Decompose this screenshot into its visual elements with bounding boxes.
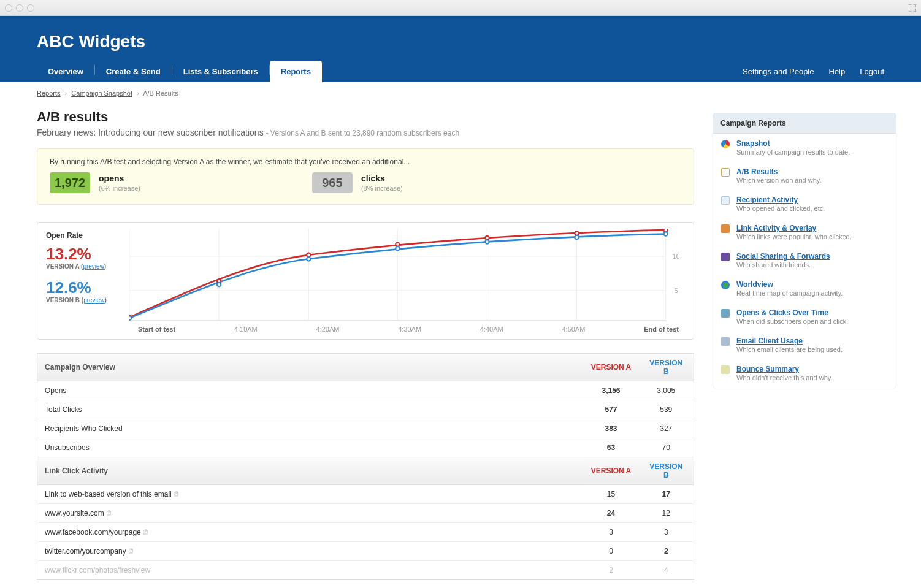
sidebar-item-ab-results[interactable]: A/B ResultsWhich version won and why. xyxy=(713,162,896,190)
breadcrumb-current: A/B Results xyxy=(143,90,178,97)
external-link-icon xyxy=(174,491,180,497)
chart-x-axis: Start of test 4:10AM 4:20AM 4:30AM 4:40A… xyxy=(37,322,694,339)
svg-rect-24 xyxy=(174,492,178,496)
stat-clicks-note: (8% increase) xyxy=(361,185,403,192)
table1-title: Campaign Overview xyxy=(37,354,584,381)
nav-overview[interactable]: Overview xyxy=(37,61,94,82)
summary-box: By running this A/B test and selecting V… xyxy=(37,148,694,205)
ab-test-icon xyxy=(721,168,730,177)
table2-col-a: VERSION A xyxy=(584,457,639,485)
version-a-label: VERSION A xyxy=(46,263,79,270)
x-tick-1: 4:10AM xyxy=(234,326,258,333)
sidebar-item-worldview[interactable]: WorldviewReal-time map of campaign activ… xyxy=(713,275,896,303)
minimize-window-icon[interactable] xyxy=(16,4,23,12)
breadcrumb-reports[interactable]: Reports xyxy=(37,90,61,97)
link-icon xyxy=(721,224,730,233)
subtitle-note: - Versions A and B sent to 23,890 random… xyxy=(266,129,460,137)
x-tick-4: 4:40AM xyxy=(480,326,503,333)
main-content: Reports › Campaign Snapshot › A/B Result… xyxy=(37,82,713,588)
nav-right: Settings and People Help Logout xyxy=(743,67,884,82)
chart-legend: Open Rate 13.2% VERSION A (preview) 12.6… xyxy=(37,223,129,322)
sidebar-item-email-client-usage[interactable]: Email Client UsageWhich email clients ar… xyxy=(713,331,896,359)
maximize-window-icon[interactable] xyxy=(27,4,34,12)
svg-rect-26 xyxy=(143,530,147,534)
sidebar-item-link-activity[interactable]: Link Activity & OverlayWhich links were … xyxy=(713,218,896,246)
table-row: Unsubscribes6370 xyxy=(37,438,694,457)
nav-help[interactable]: Help xyxy=(828,67,845,76)
svg-point-19 xyxy=(307,257,310,261)
link-click-activity-table: Link Click Activity VERSION A VERSION B … xyxy=(37,457,694,580)
close-window-icon[interactable] xyxy=(5,4,12,12)
expand-icon[interactable] xyxy=(909,4,916,12)
nav-logout[interactable]: Logout xyxy=(860,67,884,76)
svg-point-18 xyxy=(217,283,221,286)
nav-reports[interactable]: Reports xyxy=(270,61,322,82)
window-titlebar xyxy=(0,0,921,16)
sidebar-item-social-sharing[interactable]: Social Sharing & ForwardsWho shared with… xyxy=(713,246,896,275)
chart-plot: 10 5 xyxy=(129,223,694,321)
open-rate-chart-card: Open Rate 13.2% VERSION A (preview) 12.6… xyxy=(37,222,694,340)
sidebar-item-snapshot[interactable]: SnapshotSummary of campaign results to d… xyxy=(713,134,896,162)
sidebar-item-bounce-summary[interactable]: Bounce SummaryWho didn't receive this an… xyxy=(713,359,896,388)
svg-point-23 xyxy=(663,232,667,235)
version-b-label: VERSION B xyxy=(46,297,80,304)
app-window: ABC Widgets Overview Create & Send Lists… xyxy=(0,0,921,588)
version-b-preview-link[interactable]: preview xyxy=(83,297,104,304)
svg-point-22 xyxy=(575,235,578,239)
version-a-pct: 13.2% xyxy=(46,246,129,262)
globe-icon xyxy=(721,281,730,289)
x-tick-3: 4:30AM xyxy=(398,326,421,333)
subtitle-main: February news: Introducing our new subsc… xyxy=(37,128,264,137)
nav-create-send[interactable]: Create & Send xyxy=(95,61,172,82)
y-tick-10: 10 xyxy=(672,252,679,260)
brand-title: ABC Widgets xyxy=(0,16,921,58)
x-tick-5: 4:50AM xyxy=(562,326,585,333)
clock-icon xyxy=(721,309,730,318)
table2-col-b: VERSION B xyxy=(639,457,694,485)
x-tick-2: 4:20AM xyxy=(316,326,340,333)
chart-title: Open Rate xyxy=(46,231,129,240)
header: ABC Widgets Overview Create & Send Lists… xyxy=(0,16,921,82)
table-row: www.yoursite.com2412 xyxy=(37,504,694,523)
sidebar-title: Campaign Reports xyxy=(713,113,896,134)
external-link-icon xyxy=(129,548,135,554)
sidebar: Campaign Reports SnapshotSummary of camp… xyxy=(713,82,896,588)
table-row: Recipients Who Clicked383327 xyxy=(37,419,694,438)
monitor-icon xyxy=(721,337,730,346)
share-icon xyxy=(721,253,730,261)
version-a-preview-link[interactable]: preview xyxy=(83,263,104,270)
pie-chart-icon xyxy=(721,140,730,148)
table-row: Opens3,1563,005 xyxy=(37,381,694,400)
svg-point-17 xyxy=(129,316,131,320)
breadcrumb: Reports › Campaign Snapshot › A/B Result… xyxy=(37,82,694,109)
table1-col-b: VERSION B xyxy=(639,354,694,381)
x-tick-end: End of test xyxy=(644,326,679,333)
table1-col-a: VERSION A xyxy=(584,354,639,381)
person-icon xyxy=(721,196,730,205)
stat-clicks-label: clicks xyxy=(361,174,403,183)
stat-opens-label: opens xyxy=(99,174,140,183)
nav-settings[interactable]: Settings and People xyxy=(743,67,814,76)
version-b-pct: 12.6% xyxy=(46,280,129,296)
table-row: Link to web-based version of this email1… xyxy=(37,485,694,504)
stat-clicks: 965 clicks (8% increase) xyxy=(312,172,403,193)
campaign-overview-table: Campaign Overview VERSION A VERSION B Op… xyxy=(37,353,694,457)
breadcrumb-snapshot[interactable]: Campaign Snapshot xyxy=(71,90,132,97)
x-tick-start: Start of test xyxy=(138,326,175,333)
stat-opens-value: 1,972 xyxy=(50,172,90,193)
stat-opens: 1,972 opens (6% increase) xyxy=(50,172,140,193)
page-subtitle: February news: Introducing our new subsc… xyxy=(37,128,694,137)
external-link-icon xyxy=(143,529,150,535)
envelope-icon xyxy=(721,365,730,374)
summary-intro: By running this A/B test and selecting V… xyxy=(50,158,681,166)
sidebar-item-recipient-activity[interactable]: Recipient ActivityWho opened and clicked… xyxy=(713,190,896,218)
table2-title: Link Click Activity xyxy=(37,457,584,485)
sidebar-item-opens-clicks-time[interactable]: Opens & Clicks Over TimeWhen did subscri… xyxy=(713,303,896,331)
nav-lists-subscribers[interactable]: Lists & Subscribers xyxy=(172,61,269,82)
stat-clicks-value: 965 xyxy=(312,172,353,193)
svg-point-20 xyxy=(396,246,399,250)
table-row: Total Clicks577539 xyxy=(37,400,694,419)
stat-opens-note: (6% increase) xyxy=(99,185,140,192)
table-row: www.facebook.com/yourpage33 xyxy=(37,523,694,542)
primary-nav: Overview Create & Send Lists & Subscribe… xyxy=(0,58,921,82)
